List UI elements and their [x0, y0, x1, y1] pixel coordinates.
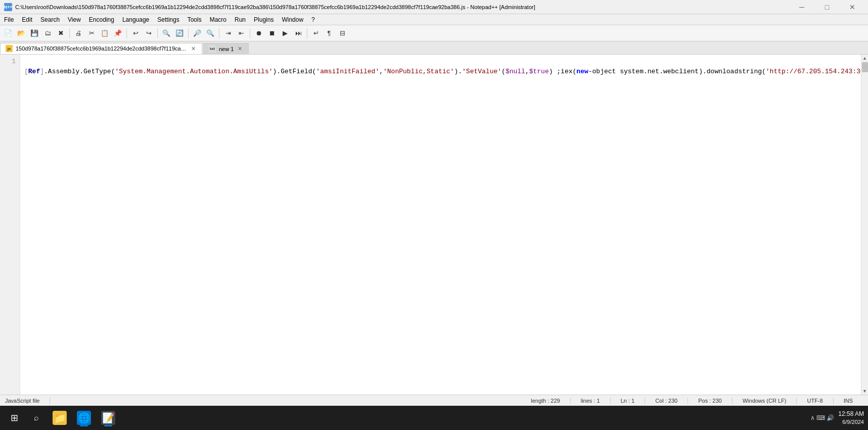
active-indicator: [80, 425, 88, 426]
maximize-button[interactable]: □: [815, 0, 839, 14]
clock-time: 12:58 AM: [838, 410, 864, 418]
scroll-up-arrow[interactable]: ▲: [861, 55, 869, 62]
indent-button[interactable]: ⇥: [222, 27, 234, 39]
menu-tools[interactable]: Tools: [184, 15, 206, 24]
taskbar-browser[interactable]: 🌐: [73, 408, 95, 428]
status-pos: Pos : 230: [698, 398, 732, 404]
notepad-active-indicator: [104, 425, 112, 426]
toolbar-sep-3: [157, 28, 158, 38]
start-button[interactable]: ⊞: [4, 408, 24, 428]
macro-playback-button[interactable]: ⏭: [292, 27, 304, 39]
toolbar-sep-4: [188, 28, 189, 38]
browser-icon: 🌐: [77, 411, 91, 425]
title-bar: N++ C:\Users\root\Downloads\150d978a1760…: [0, 0, 868, 14]
menu-help[interactable]: ?: [307, 15, 319, 24]
print-button[interactable]: 🖨: [72, 27, 84, 39]
zoom-in-button[interactable]: 🔎: [191, 27, 203, 39]
tab-file-icon: js: [6, 45, 13, 52]
menu-run[interactable]: Run: [231, 15, 250, 24]
open-file-button[interactable]: 📂: [15, 27, 27, 39]
notepad-icon: 📝: [101, 411, 115, 425]
outdent-button[interactable]: ⇤: [235, 27, 247, 39]
menu-plugins[interactable]: Plugins: [250, 15, 278, 24]
taskbar-system-tray: ∧ ⌨ 🔊 12:58 AM 6/9/2024: [810, 410, 864, 426]
status-encoding: UTF-8: [807, 398, 833, 404]
tab-new1[interactable]: txt new 1 ✕: [203, 43, 249, 54]
menu-bar: File Edit Search View Encoding Language …: [0, 14, 868, 25]
toolbar-sep-7: [307, 28, 307, 38]
menu-edit[interactable]: Edit: [18, 15, 36, 24]
status-bar: JavaScript file length : 229 lines : 1 L…: [0, 395, 868, 406]
tab-new1-close[interactable]: ✕: [237, 45, 243, 52]
editor-container: 1 [Ref].Assembly.GetType('System.Managem…: [0, 55, 868, 395]
taskbar-search-button[interactable]: ⌕: [26, 408, 47, 428]
redo-button[interactable]: ↪: [143, 27, 155, 39]
taskbar-file-explorer[interactable]: 📁: [49, 408, 71, 428]
menu-macro[interactable]: Macro: [206, 15, 231, 24]
scroll-track[interactable]: [861, 62, 869, 388]
scroll-down-arrow[interactable]: ▼: [861, 388, 869, 395]
menu-settings[interactable]: Settings: [153, 15, 183, 24]
search-icon: ⌕: [34, 413, 39, 422]
file-explorer-icon: 📁: [53, 411, 67, 425]
taskbar: ⊞ ⌕ 📁 🌐 📝 ∧ ⌨ 🔊 12:58 AM 6/9/2024: [0, 406, 868, 430]
tab-new1-label: new 1: [219, 46, 234, 52]
tab-new1-icon: txt: [209, 45, 216, 53]
status-ln: Ln : 1: [621, 398, 646, 404]
allchars-button[interactable]: ¶: [323, 27, 335, 39]
wordwrap-button[interactable]: ↵: [310, 27, 322, 39]
menu-language[interactable]: Language: [118, 15, 153, 24]
menu-encoding[interactable]: Encoding: [85, 15, 118, 24]
code-editor[interactable]: [Ref].Assembly.GetType('System.Managemen…: [20, 55, 861, 395]
macro-record-button[interactable]: ⏺: [253, 27, 265, 39]
minimize-button[interactable]: ─: [790, 0, 813, 14]
menu-view[interactable]: View: [64, 15, 85, 24]
close-file-button[interactable]: ✖: [55, 27, 67, 39]
replace-button[interactable]: 🔄: [173, 27, 186, 39]
toolbar-sep-6: [250, 28, 250, 38]
cut-button[interactable]: ✂: [85, 27, 98, 39]
app-icon: N++: [4, 3, 12, 11]
save-file-button[interactable]: 💾: [28, 27, 40, 39]
title-text: C:\Users\root\Downloads\150d978a1760f388…: [15, 4, 790, 10]
macro-play-button[interactable]: ▶: [279, 27, 291, 39]
undo-button[interactable]: ↩: [129, 27, 142, 39]
status-ins: INS: [844, 398, 863, 404]
taskbar-notepad[interactable]: 📝: [97, 408, 119, 428]
status-line-ending: Windows (CR LF): [743, 398, 797, 404]
save-all-button[interactable]: 🗂: [41, 27, 54, 39]
toolbar-sep-1: [69, 28, 70, 38]
title-controls: ─ □ ✕: [790, 0, 864, 14]
line-numbers: 1: [0, 55, 20, 395]
find-button[interactable]: 🔍: [160, 27, 172, 39]
macro-stop-button[interactable]: ⏹: [266, 27, 278, 39]
tab-main-close[interactable]: ✕: [190, 45, 197, 52]
paste-button[interactable]: 📌: [112, 27, 124, 39]
toolbar-sep-2: [126, 28, 127, 38]
taskbar-clock[interactable]: 12:58 AM 6/9/2024: [838, 410, 864, 426]
close-button[interactable]: ✕: [841, 0, 864, 14]
menu-search[interactable]: Search: [36, 15, 64, 24]
clock-date: 6/9/2024: [838, 418, 864, 426]
windows-icon: ⊞: [11, 412, 18, 423]
collapse-button[interactable]: ⊟: [336, 27, 348, 39]
vertical-scrollbar[interactable]: ▲ ▼: [861, 55, 868, 395]
tab-bar: js 150d978a1760f38875cefcc6b1969a1b12294…: [0, 41, 868, 55]
status-file-type: JavaScript file: [5, 398, 50, 404]
tab-main-file[interactable]: js 150d978a1760f38875cefcc6b1969a1b12294…: [0, 43, 202, 54]
toolbar: 📄 📂 💾 🗂 ✖ 🖨 ✂ 📋 📌 ↩ ↪ 🔍 🔄 🔎 🔍 ⇥ ⇤ ⏺ ⏹ ▶ …: [0, 25, 868, 41]
system-tray-icons: ∧ ⌨ 🔊: [810, 414, 835, 421]
line-number-1: 1: [2, 57, 16, 67]
toolbar-sep-5: [219, 28, 219, 38]
zoom-out-button[interactable]: 🔍: [204, 27, 216, 39]
tab-main-label: 150d978a1760f38875cefcc6b1969a1b12294de2…: [16, 45, 187, 52]
status-length: length : 229: [531, 398, 571, 404]
status-col: Col : 230: [655, 398, 688, 404]
status-lines: lines : 1: [581, 398, 611, 404]
scroll-thumb[interactable]: [862, 62, 868, 72]
menu-window[interactable]: Window: [278, 15, 307, 24]
menu-file[interactable]: File: [0, 15, 18, 24]
copy-button[interactable]: 📋: [99, 27, 111, 39]
new-file-button[interactable]: 📄: [2, 27, 14, 39]
